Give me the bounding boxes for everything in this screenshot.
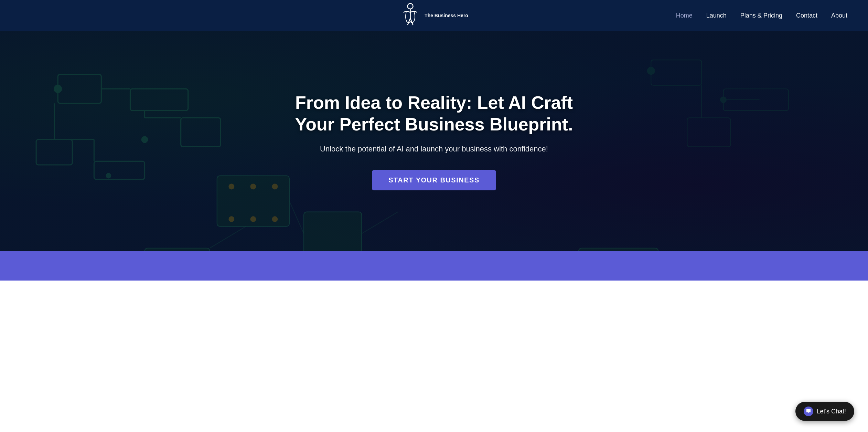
svg-point-17 [106, 173, 111, 178]
svg-rect-8 [181, 118, 221, 147]
nav-item-launch[interactable]: Launch [706, 12, 727, 19]
svg-rect-18 [651, 60, 701, 85]
hero-content: From Idea to Reality: Let AI Craft Your … [279, 92, 589, 190]
svg-point-46 [272, 216, 278, 222]
svg-point-45 [250, 216, 256, 222]
svg-point-43 [272, 184, 278, 190]
svg-rect-34 [579, 248, 658, 251]
svg-point-23 [647, 67, 655, 74]
bottom-strip [0, 251, 868, 281]
svg-rect-6 [36, 139, 72, 165]
svg-point-44 [228, 216, 234, 222]
svg-point-41 [228, 184, 234, 190]
nav-item-about[interactable]: About [831, 12, 847, 19]
svg-line-36 [289, 201, 304, 234]
nav-item-home[interactable]: Home [676, 12, 693, 19]
hero-subtitle: Unlock the potential of AI and launch yo… [293, 145, 575, 154]
nav-item-contact[interactable]: Contact [796, 12, 817, 19]
logo-text: The Business Hero [425, 12, 468, 19]
hero-section: From Idea to Reality: Let AI Craft Your … [0, 31, 868, 251]
logo[interactable]: The Business Hero [400, 3, 468, 29]
hero-title: From Idea to Reality: Let AI Craft Your … [293, 92, 575, 135]
svg-line-37 [210, 226, 246, 248]
svg-rect-7 [94, 161, 144, 179]
svg-point-42 [250, 184, 256, 190]
nav-item-plans[interactable]: Plans & Pricing [740, 12, 782, 19]
svg-point-0 [407, 3, 413, 9]
svg-line-38 [362, 212, 398, 234]
svg-point-16 [142, 137, 148, 143]
start-business-button[interactable]: START YOUR BUSINESS [372, 170, 496, 190]
logo-icon [400, 3, 420, 29]
svg-rect-33 [145, 248, 210, 251]
svg-rect-32 [304, 212, 362, 251]
svg-rect-4 [58, 74, 101, 103]
navigation: Home Launch Plans & Pricing Contact Abou… [676, 12, 847, 19]
svg-point-15 [54, 85, 62, 93]
svg-rect-5 [130, 89, 188, 110]
svg-rect-20 [687, 118, 730, 147]
header: The Business Hero Home Launch Plans & Pr… [0, 0, 868, 31]
svg-point-24 [720, 97, 726, 103]
